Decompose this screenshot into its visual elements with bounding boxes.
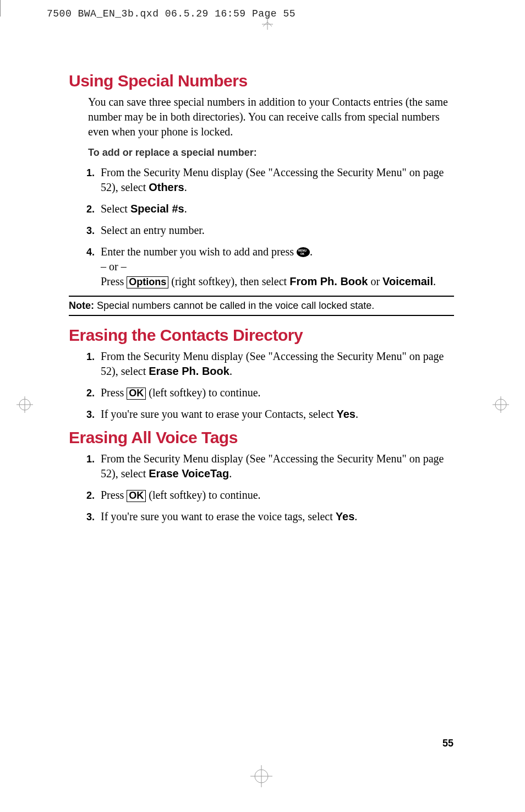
step-text: or <box>368 275 382 287</box>
menu-ok-icon <box>297 247 310 257</box>
step-text: Press <box>101 489 127 501</box>
registration-mark-left <box>17 396 33 413</box>
step-1: From the Security Menu display (See "Acc… <box>97 349 454 379</box>
option-special-numbers: Special #s <box>130 203 184 215</box>
option-voicemail: Voicemail <box>382 275 433 287</box>
step-text: (right softkey), then select <box>168 275 289 287</box>
step-4: Enter the number you wish to add and pre… <box>97 244 454 289</box>
step-2: Press OK (left softkey) to continue. <box>97 385 454 400</box>
step-text: If you're sure you want to erase your Co… <box>101 408 336 420</box>
softkey-ok: OK <box>127 490 146 502</box>
heading-using-special-numbers: Using Special Numbers <box>69 72 454 90</box>
steps-special-numbers: From the Security Menu display (See "Acc… <box>97 165 454 289</box>
heading-erasing-voice-tags: Erasing All Voice Tags <box>69 428 454 447</box>
step-text: Press <box>101 275 127 287</box>
option-yes: Yes <box>336 408 355 420</box>
note-text: Special numbers cannot be called in the … <box>94 300 374 311</box>
step-1: From the Security Menu display (See "Acc… <box>97 451 454 481</box>
intro-paragraph: You can save three special numbers in ad… <box>88 95 454 139</box>
step-text: Press <box>101 386 127 399</box>
step-3: If you're sure you want to erase the voi… <box>97 509 454 524</box>
period: . <box>356 408 358 420</box>
step-4-alt: Press Options (right softkey), then sele… <box>101 274 454 289</box>
period: . <box>229 467 232 479</box>
step-3: Select an entry number. <box>97 223 454 238</box>
step-3: If you're sure you want to erase your Co… <box>97 407 454 422</box>
option-from-phbook: From Ph. Book <box>289 275 368 287</box>
page-content: Using Special Numbers You can save three… <box>69 72 454 531</box>
steps-erase-voicetags: From the Security Menu display (See "Acc… <box>97 451 454 524</box>
note-block: Note: Special numbers cannot be called i… <box>69 296 454 316</box>
softkey-options: Options <box>127 276 168 288</box>
step-text: Enter the number you wish to add and pre… <box>101 246 297 258</box>
registration-mark-right <box>493 396 509 413</box>
crop-mark-top-left <box>0 0 1 17</box>
page-number: 55 <box>442 738 453 749</box>
subheading-add-replace: To add or replace a special number: <box>88 147 454 159</box>
period: . <box>354 510 357 522</box>
step-text: Select <box>101 203 130 215</box>
registration-mark-bottom <box>250 765 272 787</box>
step-text: (left softkey) to continue. <box>146 386 260 399</box>
or-divider: – or – <box>101 259 454 274</box>
prepress-header: 7500 BWA_EN_3b.qxd 06.5.29 16:59 Page 55 <box>47 8 296 19</box>
period: . <box>433 275 436 287</box>
option-erase-phbook: Erase Ph. Book <box>149 365 229 377</box>
step-1: From the Security Menu display (See "Acc… <box>97 165 454 195</box>
option-others: Others <box>149 181 184 193</box>
step-text: (left softkey) to continue. <box>146 489 260 501</box>
crop-mark-top-center <box>262 17 273 33</box>
steps-erase-contacts: From the Security Menu display (See "Acc… <box>97 349 454 422</box>
step-2: Press OK (left softkey) to continue. <box>97 488 454 503</box>
step-text: If you're sure you want to erase the voi… <box>101 510 336 522</box>
period: . <box>310 246 313 258</box>
period: . <box>184 203 187 215</box>
softkey-ok: OK <box>127 388 146 400</box>
option-erase-voicetag: Erase VoiceTag <box>149 467 229 479</box>
note-label: Note: <box>69 300 94 311</box>
period: . <box>229 365 232 377</box>
period: . <box>184 181 187 193</box>
step-2: Select Special #s. <box>97 201 454 216</box>
option-yes: Yes <box>336 510 354 522</box>
heading-erasing-contacts: Erasing the Contacts Directory <box>69 326 454 345</box>
